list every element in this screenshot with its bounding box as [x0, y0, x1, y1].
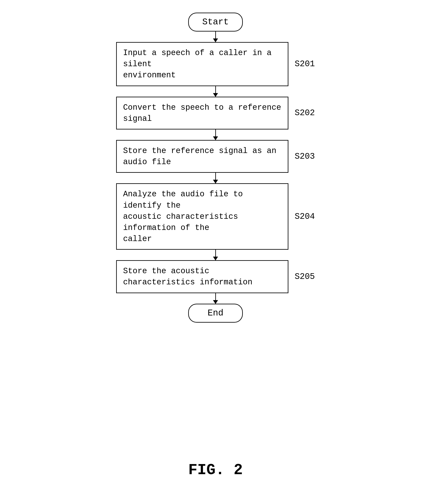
s201-row: Input a speech of a caller in a silenten… [100, 42, 331, 86]
s201-label: S201 [295, 59, 315, 69]
arrow-2 [215, 86, 216, 97]
s202-text: Convert the speech to a reference signal [123, 103, 281, 123]
figure-caption: FIG. 2 [188, 461, 243, 479]
s202-label: S202 [295, 108, 315, 118]
start-node: Start [188, 13, 243, 32]
start-label: Start [202, 17, 229, 27]
arrow-1 [215, 32, 216, 42]
start-row: Start [100, 13, 331, 32]
flowchart: Start Input a speech of a caller in a si… [100, 13, 331, 323]
s203-text: Store the reference signal as an audio f… [123, 146, 276, 166]
s203-node: Store the reference signal as an audio f… [116, 140, 288, 173]
arrow-5 [215, 250, 216, 260]
s205-label: S205 [295, 272, 315, 281]
arrow-4 [215, 173, 216, 183]
s204-node: Analyze the audio file to identify theac… [116, 183, 288, 250]
end-node: End [188, 304, 243, 323]
s201-text: Input a speech of a caller in a silenten… [123, 48, 272, 80]
s204-row: Analyze the audio file to identify theac… [100, 183, 331, 250]
s205-text: Store the acoustic characteristics infor… [123, 267, 253, 287]
arrow-6 [215, 293, 216, 304]
s201-node: Input a speech of a caller in a silenten… [116, 42, 288, 86]
s205-node: Store the acoustic characteristics infor… [116, 260, 288, 293]
s202-node: Convert the speech to a reference signal [116, 97, 288, 129]
end-row: End [100, 304, 331, 323]
s205-row: Store the acoustic characteristics infor… [100, 260, 331, 293]
s204-text: Analyze the audio file to identify theac… [123, 189, 243, 243]
s203-row: Store the reference signal as an audio f… [100, 140, 331, 173]
arrow-3 [215, 129, 216, 140]
s204-label: S204 [295, 212, 315, 221]
end-label: End [208, 308, 223, 318]
s202-row: Convert the speech to a reference signal… [100, 97, 331, 129]
s203-label: S203 [295, 152, 315, 161]
